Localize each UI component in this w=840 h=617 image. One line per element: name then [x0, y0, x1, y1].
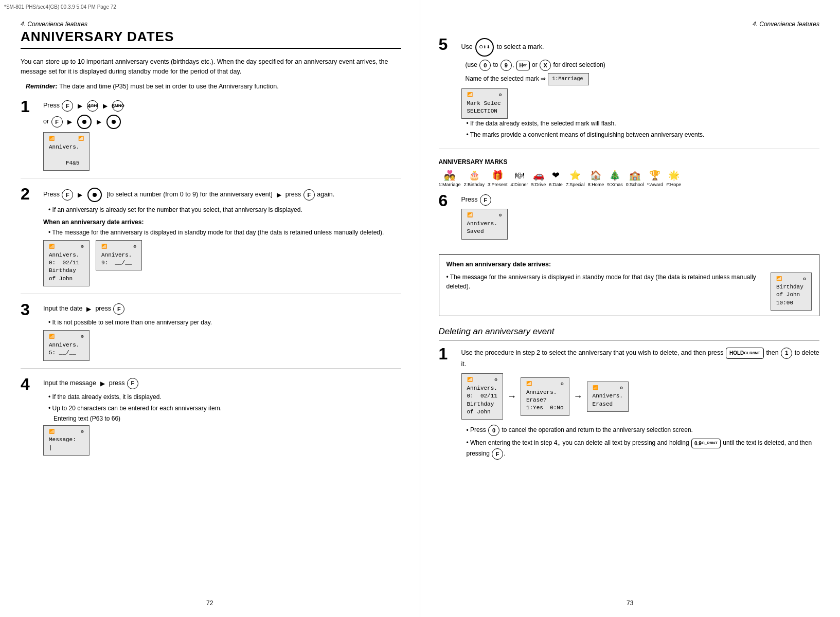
screen-h-d2: 📶 ⚙ [526, 381, 564, 388]
navi-key-2 [106, 115, 121, 129]
sig-5: 📶 [467, 92, 473, 99]
page-num-left: 72 [206, 600, 213, 607]
step-4-screen-group: 📶 ⚙ Message:| [43, 425, 401, 456]
right-column: 4. Convenience features 5 Use O⬆⬇ to sel… [420, 0, 841, 617]
step-2-when-title: When an anniversary date arrives: [43, 219, 401, 226]
mark-label-6: 6:Date [549, 182, 563, 187]
mark-label-0: 0:School [626, 182, 644, 187]
step-3-content: Input the date ▶ press F It is not possi… [43, 303, 401, 360]
step-5-screen: 📶 ⚙ Mark SelecSELECTION [461, 88, 508, 119]
step-1-content: Press F ▶ 4GHI ▶ 6MNO or F ▶ ▶ [43, 100, 401, 171]
mark-icon-2: 🎂 [469, 170, 480, 181]
screen-header-1: 📶 📶 [49, 136, 84, 142]
screen-h-d3: 📶 ⚙ [593, 385, 623, 392]
step-6-instruction: Press F [461, 194, 820, 206]
del-screen-3: 📶 ⚙ Annivers.Erased [587, 382, 629, 412]
mark-icon-star: 🏆 [649, 170, 660, 181]
use-label: Use [461, 43, 475, 50]
arrow-1b: ▶ [101, 101, 110, 111]
ico-d1: ⚙ [495, 377, 497, 384]
deleting-section: Deleting an anniversary event 1 Use the … [439, 326, 820, 461]
screen-h-6: 📶 ⚙ [467, 212, 502, 219]
mark-star: 🏆 *:Award [647, 170, 663, 187]
arrow-del-2: → [574, 391, 583, 402]
deleting-content-1: Use the procedure in step 2 to select th… [461, 348, 820, 461]
press-label-1: Press [43, 102, 61, 110]
step-1-or: or F ▶ ▶ [43, 115, 401, 129]
right-section-label: 4. Convenience features [439, 21, 820, 28]
step-6-screen-group: 📶 ⚙ Annivers.Saved [461, 209, 820, 239]
step-3-sub: It is not possible to set more than one … [48, 318, 401, 327]
key-1-del: 1 [781, 348, 792, 359]
step-2-screen-right: 📶 ⚙ Annivers.9: __/__ [96, 240, 142, 270]
step-5-sub1: If the data already exists, the selected… [467, 119, 820, 128]
reminder-text: Reminder: The date and time (P35) must b… [21, 82, 401, 92]
key-9-5: 9 [501, 60, 512, 71]
screen-h-2r: 📶 ⚙ [101, 244, 136, 250]
step-2-num: 2 [21, 186, 39, 286]
mark-label-8: 8:Home [588, 182, 604, 187]
screen-h-d1: 📶 ⚙ [467, 377, 497, 384]
key-4: 4GHI [87, 100, 98, 112]
mark-1: 💑 1:Marriage [439, 170, 461, 187]
mark-icon-5: 🚗 [533, 170, 544, 181]
step-2-sub1: If an anniversary is already set for the… [48, 205, 401, 214]
ico-4: ⚙ [81, 429, 84, 435]
sc-6: Annivers.Saved [467, 220, 502, 236]
key-0-del: 0 [488, 425, 499, 436]
to-select: to select a mark. [497, 43, 544, 50]
step-6-screen: 📶 ⚙ Annivers.Saved [461, 209, 508, 239]
key-h: Hor [516, 61, 530, 70]
screen-h-2l: 📶 ⚙ [49, 244, 84, 250]
step-1-screen: 📶 📶 Annivers. F4&5 [43, 132, 90, 171]
ico-6: ⚙ [499, 212, 502, 219]
step-2-screen-left: 📶 ⚙ Annivers.0: 02/11Birthdayof John [43, 240, 90, 286]
step-4-instruction: Input the message ▶ press F [43, 378, 401, 389]
mark-label-2: 2:Birthday [464, 182, 485, 187]
del-instruction-1: Use the procedure in step 2 to select th… [461, 348, 820, 369]
arrow-3: ▶ [84, 304, 94, 314]
mark-icon-9: 🎄 [609, 170, 620, 181]
mark-label-3: 3:Present [488, 182, 508, 187]
sig-wa: 📶 [776, 276, 782, 283]
mark-7: ⭐ 7:Special [566, 170, 585, 187]
step-3-screen: 📶 ⚙ Annivers.5: __/__ [43, 330, 90, 360]
mark-icon-3: 🎁 [492, 170, 503, 181]
mark-6: ❤ 6:Date [549, 170, 563, 187]
step-4-block: 4 Input the message ▶ press F If the dat… [21, 378, 401, 463]
left-section-title: ANNIVERSARY DATES [21, 29, 401, 49]
del-sub-1: Press 0 to cancel the operation and retu… [467, 425, 820, 436]
step-2-screen-group: 📶 ⚙ Annivers.0: 02/11Birthdayof John 📶 ⚙ [43, 240, 401, 286]
sig-3: 📶 [49, 334, 55, 340]
mark-0: 🏫 0:School [626, 170, 644, 187]
mark-icon-6: ❤ [552, 170, 560, 181]
press-6: Press [461, 196, 479, 204]
when-arrives-title: When an anniversary date arrives: [446, 260, 812, 269]
step-4-content: Input the message ▶ press F If the data … [43, 378, 401, 456]
key-6: 6MNO [112, 100, 123, 112]
ico-3: ⚙ [81, 334, 84, 340]
ico-5: ⚙ [499, 92, 502, 99]
step-3-instruction: Input the date ▶ press F [43, 303, 401, 315]
navi-key-1 [77, 115, 92, 129]
del-sub-2: When entering the text in step 4,, you c… [467, 438, 820, 459]
mark-label-4: 4:Dinner [511, 182, 528, 187]
step-2-text: [to select a number (from 0 to 9) for th… [105, 191, 273, 198]
sc-d1: Annivers.0: 02/11Birthdayof John [467, 385, 497, 416]
mark-icon-4: 🍽 [515, 170, 524, 181]
mark-label-1: 1:Marriage [439, 182, 461, 187]
mark-9: 🎄 9:Xmas [607, 170, 623, 187]
arrow-2a: ▶ [76, 190, 85, 199]
step-5-block: 5 Use O⬆⬇ to select a mark. (use 0 to 9,… [439, 38, 820, 149]
when-arrives-content: • The message for the anniversary is dis… [446, 273, 812, 311]
press-label-2: Press [43, 191, 61, 198]
mark-8: 🏠 8:Home [588, 170, 604, 187]
sig-4: 📶 [49, 429, 55, 435]
sc-3: Annivers.5: __/__ [49, 341, 84, 357]
step-3-screen-group: 📶 ⚙ Annivers.5: __/__ [43, 330, 401, 360]
key-f-4: F [127, 378, 138, 389]
navi-2 [87, 188, 102, 202]
key-hold: HOLDCLR/INT [726, 348, 764, 359]
when-arrives-screen: 📶 ⚙ Birthdayof John10:00 [771, 273, 812, 311]
step-6-num: 6 [439, 192, 457, 239]
